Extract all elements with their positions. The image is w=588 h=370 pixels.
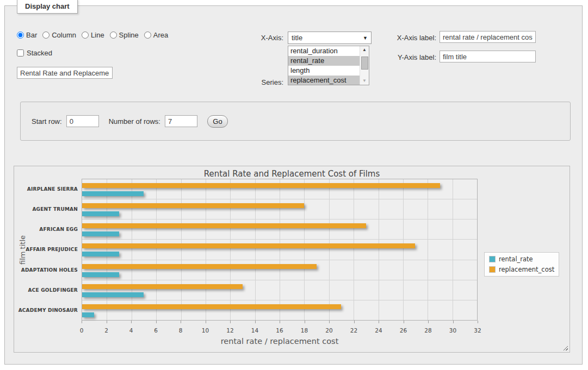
y-axis-tick-label: ACE GOLDFINGER — [13, 287, 78, 293]
x-axis-label-field-label: X-Axis label: — [361, 34, 436, 42]
x-axis-title: rental rate / replacement cost — [82, 337, 478, 346]
tick-mark — [428, 321, 429, 323]
stacked-label: Stacked — [27, 49, 52, 57]
x-axis-tick-label: 8 — [179, 327, 183, 334]
num-rows-input[interactable] — [165, 115, 197, 127]
series-option-rental_duration[interactable]: rental_duration — [288, 46, 360, 56]
tick-mark — [181, 321, 181, 323]
chart-type-group: BarColumnLineSplineArea — [17, 31, 168, 39]
bar-replacement-cost — [82, 264, 317, 269]
bar-rental-rate — [82, 272, 119, 277]
display-chart-fieldset: Display chart BarColumnLineSplineArea St… — [4, 5, 583, 365]
resize-handle-icon[interactable] — [562, 344, 568, 350]
x-axis-tick-label: 4 — [129, 327, 133, 334]
tick-mark — [156, 321, 157, 323]
tick-mark — [379, 321, 379, 323]
tick-mark — [404, 321, 404, 323]
chart-band: AFRICAN EGG — [82, 220, 477, 240]
x-axis-tick-label: 2 — [104, 327, 108, 334]
tick-mark — [230, 321, 231, 323]
series-listbox[interactable]: rental_durationrental_ratelengthreplacem… — [288, 46, 369, 85]
chart-type-bar[interactable]: Bar — [17, 31, 37, 39]
legend-entry: replacement_cost — [489, 266, 554, 273]
bar-rental-rate — [82, 292, 144, 297]
tick-mark — [478, 321, 478, 323]
radio-label: Bar — [26, 31, 37, 39]
chart-band: AIRPLANE SIERRA — [82, 179, 477, 199]
x-axis-tick-label: 6 — [154, 327, 158, 334]
stacked-option[interactable]: Stacked — [17, 49, 52, 57]
x-axis-tick-label: 16 — [276, 327, 283, 334]
bar-replacement-cost — [82, 304, 341, 309]
bar-replacement-cost — [82, 203, 304, 208]
x-axis-tick-label: 28 — [424, 327, 431, 334]
chart-title-input[interactable] — [17, 67, 113, 79]
bar-replacement-cost — [82, 183, 440, 188]
y-axis-label-input[interactable] — [440, 51, 536, 62]
y-axis-tick-label: AFRICAN EGG — [13, 227, 78, 232]
go-button[interactable]: Go — [207, 115, 228, 128]
x-axis-tick-label: 14 — [251, 327, 258, 334]
radio-label: Line — [91, 31, 104, 39]
x-axis-tick-label: 26 — [400, 327, 407, 334]
radio-line[interactable] — [82, 32, 89, 39]
radio-area[interactable] — [144, 32, 151, 39]
fieldset-legend: Display chart — [17, 0, 78, 14]
x-axis-tick-label: 24 — [375, 327, 382, 334]
y-axis-tick-label: AGENT TRUMAN — [13, 206, 78, 212]
start-row-label: Start row: — [32, 117, 62, 126]
bar-rental-rate — [82, 252, 119, 256]
series-option-rental_rate[interactable]: rental_rate — [288, 56, 360, 66]
chart-type-area[interactable]: Area — [144, 31, 168, 39]
scroll-up-icon[interactable]: ▲ — [362, 47, 367, 52]
radio-column[interactable] — [42, 32, 49, 39]
series-option-length[interactable]: length — [288, 66, 360, 76]
chart-band: AFFAIR PREJUDICE — [82, 240, 477, 260]
start-row-input[interactable] — [66, 115, 99, 127]
tick-mark — [107, 321, 107, 323]
tick-mark — [131, 321, 132, 323]
series-field-label: Series: — [228, 78, 283, 86]
row-range-panel: Start row: Number of rows: Go — [20, 102, 571, 141]
radio-label: Column — [52, 31, 76, 39]
listbox-scrollbar[interactable]: ▲ ▼ — [360, 46, 369, 85]
bar-replacement-cost — [82, 284, 243, 289]
radio-bar[interactable] — [17, 32, 24, 39]
chart-type-line[interactable]: Line — [82, 31, 104, 39]
chart-band: AGENT TRUMAN — [82, 199, 477, 220]
x-axis-tick-label: 32 — [474, 327, 481, 334]
legend-label: replacement_cost — [499, 266, 554, 273]
radio-label: Spline — [119, 31, 139, 39]
radio-spline[interactable] — [110, 32, 117, 39]
x-axis-select-value: title — [292, 34, 302, 42]
series-option-replacement_cost[interactable]: replacement_cost — [288, 76, 360, 85]
chart-title: Rental Rate and Replacement Cost of Film… — [14, 169, 570, 179]
series-listbox-options: rental_durationrental_ratelengthreplacem… — [288, 46, 360, 85]
x-axis-select[interactable]: title ▼ — [288, 32, 372, 44]
y-axis-label-field-label: Y-Axis label: — [361, 53, 436, 61]
x-axis-tick-label: 18 — [301, 327, 308, 334]
x-axis-label-input[interactable] — [440, 31, 536, 43]
bar-replacement-cost — [82, 243, 415, 248]
legend-label: rental_rate — [499, 255, 533, 263]
chart-type-column[interactable]: Column — [42, 31, 76, 39]
stacked-checkbox[interactable] — [17, 49, 24, 57]
tick-mark — [280, 321, 280, 323]
chart-band: ADAPTATION HOLES — [82, 260, 477, 280]
x-axis-tick-label: 12 — [226, 327, 233, 334]
num-rows-label: Number of rows: — [109, 117, 160, 126]
y-axis-tick-label: ADAPTATION HOLES — [13, 267, 78, 273]
y-axis-tick-label: ACADEMY DINOSAUR — [13, 308, 78, 313]
chart-type-spline[interactable]: Spline — [110, 31, 139, 39]
bar-rental-rate — [82, 312, 94, 317]
tick-mark — [255, 321, 256, 323]
x-axis-tick-label: 20 — [325, 327, 332, 334]
scroll-down-icon[interactable]: ▼ — [362, 78, 367, 83]
x-axis-tick-marks — [82, 321, 478, 323]
bar-replacement-cost — [82, 223, 366, 228]
radio-label: Area — [153, 31, 168, 39]
y-axis-tick-label: AFFAIR PREJUDICE — [13, 247, 78, 252]
x-axis-field-label: X-Axis: — [228, 34, 283, 42]
chart-container: Rental Rate and Replacement Cost of Film… — [14, 166, 570, 353]
tick-mark — [206, 321, 206, 323]
